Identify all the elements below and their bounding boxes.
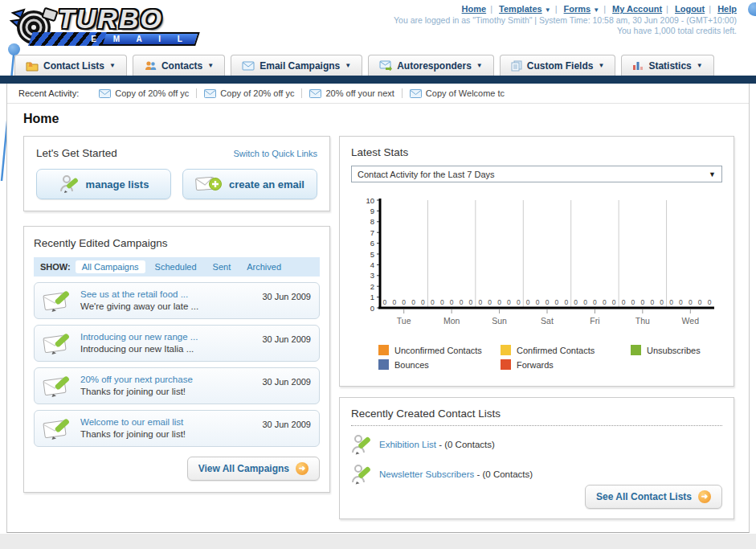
recently-edited-campaigns-panel: Recently Edited Campaigns SHOW: All Camp… xyxy=(23,226,330,493)
contact-lists-title: Recently Created Contact Lists xyxy=(351,408,722,420)
svg-text:0: 0 xyxy=(497,298,501,306)
campaign-title-link[interactable]: Welcome to our email list xyxy=(80,416,255,428)
svg-text:7: 7 xyxy=(370,228,374,237)
dotted-divider xyxy=(351,425,722,426)
svg-text:1: 1 xyxy=(370,293,374,301)
nav-separator: | xyxy=(603,4,606,14)
switch-quick-links-link[interactable]: Switch to Quick Links xyxy=(233,149,317,158)
recent-activity-bar: Recent Activity: Copy of 20% off yc Copy… xyxy=(7,84,749,104)
campaign-title-link[interactable]: Introducing our new range ... xyxy=(80,331,255,343)
svg-text:0: 0 xyxy=(708,298,712,306)
campaign-date: 30 Jun 2009 xyxy=(262,377,311,387)
tab-email-campaigns[interactable]: Email Campaigns▼ xyxy=(231,55,362,76)
chevron-down-icon: ▼ xyxy=(109,62,116,69)
svg-text:0: 0 xyxy=(478,298,482,306)
campaign-date: 30 Jun 2009 xyxy=(262,292,311,301)
manage-lists-button[interactable]: manage lists xyxy=(36,169,171,199)
nav-separator: | xyxy=(490,4,492,14)
legend-item-confirmed: Confirmed Contacts xyxy=(501,345,631,355)
svg-text:0: 0 xyxy=(546,298,550,306)
chevron-down-icon: ▼ xyxy=(598,62,604,69)
contact-list-detail: - (0 Contacts) xyxy=(476,469,533,479)
nav-help-link[interactable]: Help xyxy=(717,4,737,14)
svg-text:0: 0 xyxy=(431,298,435,306)
svg-text:0: 0 xyxy=(612,298,616,306)
navy-divider-bar xyxy=(0,76,756,84)
svg-text:0: 0 xyxy=(450,298,454,306)
tab-custom-fields[interactable]: Custom Fields▼ xyxy=(500,55,616,76)
stats-dropdown[interactable]: Contact Activity for the Last 7 Days ▼ xyxy=(351,166,722,182)
recent-activity-item[interactable]: Copy of 20% off yc xyxy=(197,88,302,98)
create-email-label: create an email xyxy=(229,178,304,191)
see-all-contact-lists-button[interactable]: See All Contact Lists ➜ xyxy=(585,485,722,509)
legend-swatch xyxy=(501,345,511,355)
contact-list-name-link[interactable]: Newsletter Subscribers xyxy=(379,469,474,479)
campaign-title-link[interactable]: See us at the retail food ... xyxy=(80,289,255,301)
svg-text:Sat: Sat xyxy=(541,316,554,326)
chart-legend: Unconfirmed Contacts Confirmed Contacts … xyxy=(378,345,722,370)
legend-swatch xyxy=(631,345,641,355)
nav-templates-link[interactable]: Templates xyxy=(499,4,542,14)
campaign-row[interactable]: Introducing our new range ... Introducin… xyxy=(34,325,320,362)
chevron-down-icon: ▼ xyxy=(709,170,716,178)
filter-scheduled[interactable]: Scheduled xyxy=(149,260,203,273)
svg-text:0: 0 xyxy=(603,298,607,306)
svg-text:4: 4 xyxy=(370,260,374,269)
legend-swatch xyxy=(378,359,389,370)
campaign-row[interactable]: See us at the retail food ... We're givi… xyxy=(34,282,320,319)
svg-text:0: 0 xyxy=(469,298,473,306)
envelope-arrow-icon xyxy=(379,60,392,71)
svg-text:2: 2 xyxy=(370,282,374,291)
svg-text:0: 0 xyxy=(536,298,540,306)
arrow-right-icon: ➜ xyxy=(698,490,711,503)
filter-archived[interactable]: Archived xyxy=(240,260,288,273)
campaign-title-link[interactable]: 20% off your next purchase xyxy=(80,374,255,386)
svg-text:0: 0 xyxy=(660,298,664,306)
arrow-right-icon: ➜ xyxy=(296,462,309,475)
filter-sent[interactable]: Sent xyxy=(206,260,238,273)
svg-text:0: 0 xyxy=(574,298,578,306)
svg-text:0: 0 xyxy=(370,304,374,313)
contact-list-row[interactable]: Newsletter Subscribers - (0 Contacts) xyxy=(351,463,722,485)
nav-forms-link[interactable]: Forms xyxy=(564,4,591,14)
recent-activity-item[interactable]: Copy of Welcome tc xyxy=(403,88,512,98)
svg-text:8: 8 xyxy=(370,217,374,226)
legend-item-unconfirmed: Unconfirmed Contacts xyxy=(378,345,501,355)
nav-separator: | xyxy=(709,4,711,14)
show-label: SHOW: xyxy=(40,262,71,272)
svg-text:6: 6 xyxy=(370,239,374,248)
nav-logout-link[interactable]: Logout xyxy=(675,4,705,14)
contact-list-row[interactable]: Exhibition List - (0 Contacts) xyxy=(351,433,722,456)
campaign-row[interactable]: 20% off your next purchase Thanks for jo… xyxy=(34,367,320,404)
login-status: You are logged in as "Timothy Smith" | S… xyxy=(394,15,737,36)
view-all-campaigns-button[interactable]: View All Campaigns ➜ xyxy=(187,457,320,481)
legend-label: Unconfirmed Contacts xyxy=(394,346,482,355)
activity-item-label: Copy of 20% off yc xyxy=(115,88,189,98)
chevron-down-icon: ▼ xyxy=(207,62,214,69)
main-nav-tabs: Contact Lists▼ Contacts▼ Email Campaigns… xyxy=(0,55,756,76)
recent-activity-item[interactable]: Copy of 20% off yc xyxy=(92,88,197,98)
nav-home-link[interactable]: Home xyxy=(462,4,487,14)
svg-text:Sun: Sun xyxy=(492,316,507,326)
tab-statistics[interactable]: Statistics▼ xyxy=(621,55,713,76)
campaign-row[interactable]: Welcome to our email list Thanks for joi… xyxy=(34,410,320,447)
filter-all-campaigns[interactable]: All Campaigns xyxy=(76,260,145,273)
bar-chart: 012345678910Tue00000Mon00000Sun00000Sat0… xyxy=(356,194,719,337)
status-line-2: You have 1,000 total credits left. xyxy=(394,26,737,36)
svg-text:10: 10 xyxy=(366,196,374,205)
nav-my-account-link[interactable]: My Account xyxy=(612,4,662,14)
create-email-button[interactable]: create an email xyxy=(182,169,317,199)
svg-text:0: 0 xyxy=(411,298,415,306)
recent-activity-item[interactable]: 20% off your next xyxy=(302,88,402,98)
tab-contacts[interactable]: Contacts▼ xyxy=(133,55,225,76)
tab-autoresponders[interactable]: Autoresponders▼ xyxy=(368,55,494,76)
svg-text:0: 0 xyxy=(517,298,521,306)
tab-contact-lists[interactable]: Contact Lists▼ xyxy=(14,55,127,76)
tab-label: Email Campaigns xyxy=(259,60,340,72)
legend-item-bounces: Bounces xyxy=(378,359,501,370)
contact-list-name-link[interactable]: Exhibition List xyxy=(379,440,436,449)
svg-text:3: 3 xyxy=(370,271,374,280)
stats-dropdown-value: Contact Activity for the Last 7 Days xyxy=(358,170,495,179)
turbo-email-logo: TURBO E M A I L xyxy=(8,3,209,48)
campaigns-title: Recently Edited Campaigns xyxy=(34,237,320,249)
